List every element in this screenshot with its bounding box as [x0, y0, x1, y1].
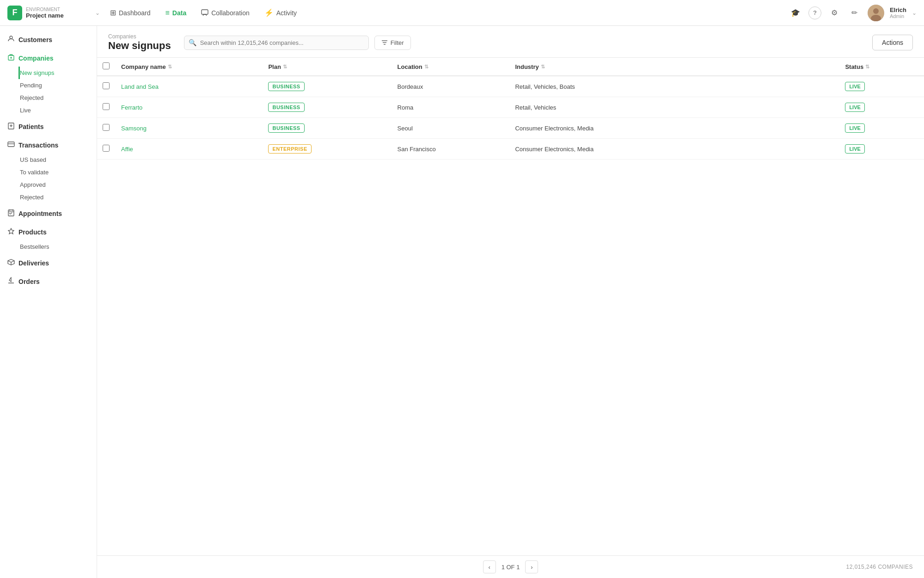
user-chevron-icon[interactable]: ⌄	[912, 10, 917, 16]
nav-right: 🎓 ? ⚙ ✏ Elrich Admin ⌄	[788, 5, 917, 21]
sidebar-item-rejected[interactable]: Rejected	[18, 92, 97, 104]
location-sort[interactable]: Location ⇅	[398, 63, 428, 70]
company-link[interactable]: Affie	[121, 146, 133, 153]
sidebar-item-orders[interactable]: Orders	[0, 273, 97, 290]
actions-button[interactable]: Actions	[872, 35, 913, 50]
plan-badge: BUSINESS	[268, 123, 304, 133]
activity-icon: ⚡	[264, 8, 274, 17]
row-checkbox[interactable]	[103, 82, 110, 89]
row-checkbox[interactable]	[103, 103, 110, 110]
page-title: New signups	[108, 40, 171, 52]
sidebar-item-deliveries[interactable]: Deliveries	[0, 255, 97, 271]
header-status[interactable]: Status ⇅	[839, 58, 924, 76]
table-header-row: Company name ⇅ Plan ⇅ Lo	[97, 58, 924, 76]
row-location: Seoul	[392, 118, 510, 139]
sidebar-item-rejected-tx[interactable]: Rejected	[18, 191, 97, 203]
user-info[interactable]: Elrich Admin	[890, 6, 906, 19]
svg-point-4	[10, 36, 12, 39]
env-label: ENVIRONMENT	[26, 7, 64, 12]
row-plan: BUSINESS	[263, 97, 392, 118]
header-industry[interactable]: Industry ⇅	[509, 58, 839, 76]
plan-sort-icon: ⇅	[283, 64, 287, 70]
status-sort[interactable]: Status ⇅	[845, 63, 869, 70]
sidebar-section-transactions: Transactions US based To validate Approv…	[0, 137, 97, 203]
header-location[interactable]: Location ⇅	[392, 58, 510, 76]
appointments-icon	[7, 209, 15, 218]
settings-icon-btn[interactable]: ⚙	[827, 6, 842, 20]
search-input[interactable]	[184, 36, 369, 50]
company-link[interactable]: Land and Sea	[121, 83, 159, 90]
top-nav: F ENVIRONMENT Project name ⌄ ⊞ Dashboard…	[0, 0, 924, 26]
row-checkbox[interactable]	[103, 145, 110, 152]
sidebar-item-patients[interactable]: Patients	[0, 118, 97, 135]
status-badge: LIVE	[845, 123, 864, 133]
location-sort-icon: ⇅	[424, 64, 428, 70]
pagination-prev-button[interactable]: ‹	[483, 560, 496, 573]
sidebar-item-customers[interactable]: Customers	[0, 31, 97, 48]
header-company-name[interactable]: Company name ⇅	[116, 58, 263, 76]
filter-label: Filter	[391, 39, 404, 46]
sidebar-item-products[interactable]: Products	[0, 224, 97, 240]
row-checkbox-cell	[97, 76, 116, 97]
sidebar-item-pending[interactable]: Pending	[18, 79, 97, 92]
row-location: San Francisco	[392, 139, 510, 160]
industry-sort[interactable]: Industry ⇅	[515, 63, 545, 70]
row-checkbox[interactable]	[103, 124, 110, 131]
row-company-name: Affie	[116, 139, 263, 160]
graduation-icon-btn[interactable]: 🎓	[788, 6, 803, 20]
breadcrumb: Companies	[108, 33, 171, 40]
env-name: Project name	[26, 12, 64, 19]
help-icon-btn[interactable]: ?	[808, 6, 821, 19]
transactions-icon	[7, 141, 15, 150]
filter-button[interactable]: Filter	[374, 36, 411, 50]
nav-item-activity[interactable]: ⚡ Activity	[258, 5, 303, 21]
nav-items: ⊞ Dashboard ≡ Data Collaboration ⚡ Activ…	[104, 5, 784, 21]
page-header: Companies New signups 🔍 Filter Actions	[97, 26, 924, 58]
graduation-icon: 🎓	[791, 8, 800, 17]
sidebar-label-products: Products	[18, 228, 47, 236]
sidebar-item-companies[interactable]: Companies	[0, 50, 97, 67]
row-company-name: Samsong	[116, 118, 263, 139]
sidebar-section-products: Products Bestsellers	[0, 224, 97, 253]
company-link[interactable]: Ferrarto	[121, 104, 142, 111]
search-container: 🔍	[184, 36, 369, 50]
sidebar-item-to-validate[interactable]: To validate	[18, 166, 97, 178]
products-icon	[7, 228, 15, 237]
env-chevron-icon[interactable]: ⌄	[95, 10, 100, 16]
company-link[interactable]: Samsong	[121, 125, 147, 132]
sidebar-label-patients: Patients	[18, 123, 43, 130]
pagination-next-button[interactable]: ›	[525, 560, 538, 573]
edit-icon-btn[interactable]: ✏	[847, 6, 862, 20]
orders-icon	[7, 277, 15, 286]
user-avatar[interactable]	[868, 5, 884, 21]
env-logo[interactable]: F ENVIRONMENT Project name ⌄	[7, 6, 100, 20]
row-company-name: Land and Sea	[116, 76, 263, 97]
table-footer: ‹ 1 OF 1 › 12,015,246 COMPANIES	[97, 555, 924, 578]
sidebar-item-bestsellers[interactable]: Bestsellers	[18, 240, 97, 253]
table-row: Ferrarto BUSINESS Roma Retail, Vehicles …	[97, 97, 924, 118]
sidebar-item-live[interactable]: Live	[18, 104, 97, 117]
sidebar-item-appointments[interactable]: Appointments	[0, 205, 97, 222]
nav-item-dashboard[interactable]: ⊞ Dashboard	[104, 5, 157, 21]
select-all-checkbox[interactable]	[103, 62, 110, 69]
collaboration-icon	[201, 9, 208, 17]
header-plan[interactable]: Plan ⇅	[263, 58, 392, 76]
nav-item-data[interactable]: ≡ Data	[159, 5, 193, 21]
sidebar-item-new-signups[interactable]: New signups	[18, 67, 97, 79]
plan-sort[interactable]: Plan ⇅	[268, 63, 287, 70]
prev-icon: ‹	[488, 564, 490, 571]
table-body: Land and Sea BUSINESS Bordeaux Retail, V…	[97, 76, 924, 160]
actions-label: Actions	[882, 39, 903, 46]
user-name: Elrich	[890, 6, 906, 13]
sidebar-item-transactions[interactable]: Transactions	[0, 137, 97, 154]
sidebar-label-companies: Companies	[18, 55, 53, 62]
sidebar-section-customers: Customers	[0, 31, 97, 48]
page-title-group: Companies New signups	[108, 33, 171, 52]
plan-badge: BUSINESS	[268, 103, 304, 112]
sidebar-item-approved[interactable]: Approved	[18, 178, 97, 191]
company-name-sort[interactable]: Company name ⇅	[121, 63, 172, 70]
sidebar-section-orders: Orders	[0, 273, 97, 290]
sidebar-item-us-based[interactable]: US based	[18, 154, 97, 166]
search-icon: 🔍	[189, 39, 196, 46]
nav-item-collaboration[interactable]: Collaboration	[195, 5, 256, 21]
